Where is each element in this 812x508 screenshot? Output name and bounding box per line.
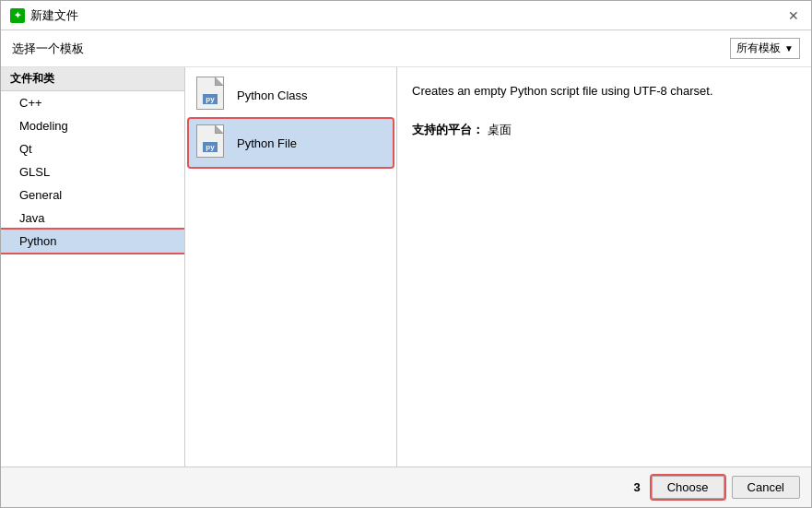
sidebar-item-qt[interactable]: Qt [1, 137, 184, 160]
template-label-python-class: Python Class [237, 89, 308, 102]
platform-label: 支持的平台： [412, 123, 484, 136]
top-bar-right: 所有模板 ▼ [730, 38, 800, 59]
category-header: 文件和类 [1, 67, 184, 91]
sidebar-item-cpp[interactable]: C++ [1, 91, 184, 114]
top-bar: 选择一个模板 所有模板 ▼ [1, 30, 811, 67]
choose-button[interactable]: Choose [652, 476, 724, 499]
dialog-title: 新建文件 [30, 7, 78, 24]
category-panel: 文件和类 C++ Modeling Qt GLSL General Java P… [1, 67, 185, 467]
description-text: Creates an empty Python script file usin… [412, 82, 796, 101]
sidebar-item-modeling[interactable]: Modeling [1, 114, 184, 137]
cancel-button[interactable]: Cancel [732, 476, 800, 499]
step3-badge: 3 [633, 480, 640, 494]
app-icon: ✦ [10, 8, 25, 23]
template-panel: py Python Class py Python File [185, 67, 397, 467]
python-class-icon: py [196, 77, 229, 113]
template-label-python-file: Python File [237, 136, 297, 150]
platform-info: 支持的平台： 桌面 [412, 121, 796, 140]
py-label: py [203, 94, 217, 104]
template-item-python-file[interactable]: py Python File [189, 119, 393, 167]
bottom-bar: 3 Choose Cancel [1, 467, 811, 507]
template-dropdown[interactable]: 所有模板 ▼ [730, 38, 800, 59]
title-bar: ✦ 新建文件 ✕ [1, 1, 811, 30]
title-bar-left: ✦ 新建文件 [10, 7, 78, 24]
sidebar-item-python[interactable]: Python [1, 230, 184, 253]
py-label: py [203, 142, 217, 152]
close-button[interactable]: ✕ [785, 7, 802, 24]
python-file-icon: py [196, 124, 229, 161]
description-panel: Creates an empty Python script file usin… [397, 67, 811, 467]
chevron-down-icon: ▼ [784, 43, 794, 53]
top-bar-label: 选择一个模板 [12, 41, 84, 57]
template-item-python-class[interactable]: py Python Class [189, 71, 393, 119]
sidebar-item-general[interactable]: General [1, 183, 184, 207]
dialog: ✦ 新建文件 ✕ 选择一个模板 所有模板 ▼ 文件和类 C++ Modeling… [0, 0, 812, 508]
dropdown-label: 所有模板 [736, 41, 781, 56]
sidebar-item-java[interactable]: Java [1, 207, 184, 230]
main-content: 文件和类 C++ Modeling Qt GLSL General Java P… [1, 67, 811, 467]
platform-value: 桌面 [488, 123, 512, 136]
sidebar-item-glsl[interactable]: GLSL [1, 160, 184, 183]
